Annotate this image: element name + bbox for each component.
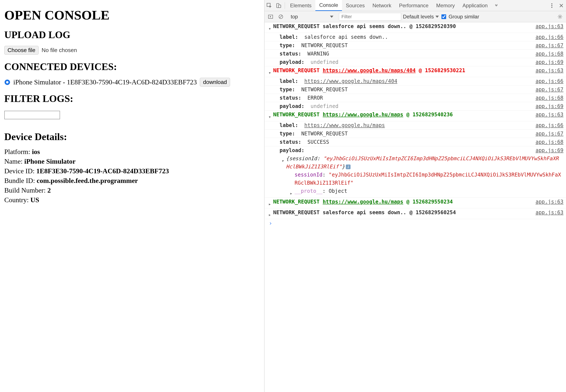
log-group-header[interactable]: NETWORK_REQUEST https://www.google.hu/ma… bbox=[264, 198, 566, 209]
context-select[interactable]: top bbox=[289, 14, 335, 20]
disclosure-triangle-icon[interactable] bbox=[269, 210, 273, 219]
source-link[interactable]: app.js:69 bbox=[536, 146, 564, 154]
detail-country-label: Country: bbox=[4, 196, 30, 204]
log-key: type: bbox=[280, 42, 295, 48]
more-tabs-icon[interactable] bbox=[492, 1, 501, 10]
log-key: payload: bbox=[280, 59, 305, 65]
disclosure-triangle-icon[interactable] bbox=[290, 189, 295, 197]
log-prefix: NETWORK_REQUEST bbox=[273, 68, 323, 73]
log-url[interactable]: https://www.google.hu/maps bbox=[323, 112, 403, 118]
source-link[interactable]: app.js:63 bbox=[536, 198, 564, 206]
log-key: label: bbox=[280, 122, 298, 128]
log-timestamp: @ 1526829560254 bbox=[406, 210, 456, 215]
filter-logs-input[interactable] bbox=[4, 111, 60, 119]
divider bbox=[285, 2, 285, 9]
log-group-header[interactable]: NETWORK_REQUEST salesforce api seems dow… bbox=[264, 22, 566, 33]
console-prompt[interactable]: › bbox=[264, 219, 566, 227]
log-group-header[interactable]: NETWORK_REQUEST https://www.google.hu/ma… bbox=[264, 66, 566, 77]
colon: : bbox=[322, 172, 329, 178]
svg-point-7 bbox=[551, 7, 552, 8]
log-value: WARNING bbox=[301, 51, 329, 57]
page-title: OPEN CONSOLE bbox=[4, 8, 260, 23]
source-link[interactable]: app.js:63 bbox=[536, 66, 564, 75]
disclosure-triangle-icon[interactable] bbox=[269, 68, 273, 77]
tab-performance[interactable]: Performance bbox=[395, 0, 432, 11]
tab-sources[interactable]: Sources bbox=[342, 0, 369, 11]
source-link[interactable]: app.js:69 bbox=[536, 102, 564, 110]
log-group-header[interactable]: NETWORK_REQUEST salesforce api seems dow… bbox=[264, 209, 566, 219]
console-filter-input[interactable] bbox=[339, 13, 401, 21]
source-link[interactable]: app.js:67 bbox=[536, 130, 564, 138]
detail-build: Build Number: 2 bbox=[4, 186, 260, 194]
source-link[interactable]: app.js:66 bbox=[536, 33, 564, 41]
close-devtools-icon[interactable] bbox=[557, 1, 566, 10]
tab-network[interactable]: Network bbox=[369, 0, 395, 11]
log-value: NETWORK_REQUEST bbox=[295, 42, 348, 48]
log-prefix: NETWORK_REQUEST bbox=[273, 112, 323, 118]
toggle-sidebar-icon[interactable] bbox=[266, 13, 275, 21]
tab-elements[interactable]: Elements bbox=[286, 0, 315, 11]
info-icon[interactable]: i bbox=[346, 165, 350, 169]
log-value-undefined: undefined bbox=[305, 103, 338, 109]
radio-selected-icon[interactable] bbox=[4, 79, 10, 85]
inspect-element-icon[interactable] bbox=[264, 1, 274, 10]
property-value-string: "eyJhbGciOiJSUzUxMiIsImtpZCI6Imp3dHNpZ25… bbox=[295, 172, 561, 186]
source-link[interactable]: app.js:63 bbox=[536, 111, 564, 119]
console-settings-icon[interactable] bbox=[556, 13, 564, 21]
choose-file-button[interactable]: Choose file bbox=[4, 46, 39, 55]
log-timestamp: @ 1526829530221 bbox=[416, 68, 465, 73]
object-proto-row[interactable]: __proto__: Object bbox=[264, 187, 566, 198]
disclosure-triangle-icon[interactable] bbox=[282, 156, 286, 165]
log-url[interactable]: https://www.google.hu/maps bbox=[305, 122, 385, 128]
log-value-undefined: undefined bbox=[305, 59, 338, 65]
tab-console[interactable]: Console bbox=[315, 0, 342, 11]
console-body: NETWORK_REQUEST salesforce api seems dow… bbox=[264, 22, 566, 392]
source-link[interactable]: app.js:68 bbox=[536, 138, 564, 146]
source-link[interactable]: app.js:67 bbox=[536, 85, 564, 94]
source-link[interactable]: app.js:66 bbox=[536, 121, 564, 129]
disclosure-triangle-icon[interactable] bbox=[269, 199, 273, 208]
tab-memory[interactable]: Memory bbox=[433, 0, 459, 11]
source-link[interactable]: app.js:68 bbox=[536, 50, 564, 58]
devtools-pane: Elements Console Sources Network Perform… bbox=[264, 0, 566, 392]
clear-console-icon[interactable] bbox=[276, 13, 285, 21]
property-key: sessionId bbox=[295, 172, 322, 178]
source-link[interactable]: app.js:67 bbox=[536, 41, 564, 49]
source-link[interactable]: app.js:63 bbox=[536, 209, 564, 217]
disclosure-triangle-icon[interactable] bbox=[269, 112, 273, 121]
source-link[interactable]: app.js:66 bbox=[536, 77, 564, 85]
source-link[interactable]: app.js:63 bbox=[536, 22, 564, 30]
log-url[interactable]: https://www.google.hu/maps/404 bbox=[323, 68, 416, 73]
log-group-header[interactable]: NETWORK_REQUEST https://www.google.hu/ma… bbox=[264, 111, 566, 121]
device-toggle-icon[interactable] bbox=[274, 1, 283, 10]
source-link[interactable]: app.js:68 bbox=[536, 94, 564, 102]
download-button[interactable]: download bbox=[200, 78, 230, 86]
log-row: payload: undefined app.js:69 bbox=[264, 58, 566, 66]
object-preview-row[interactable]: {sessionId: "eyJhbGciOiJSUzUxMiIsImtpZCI… bbox=[264, 154, 566, 171]
log-row: type: NETWORK_REQUEST app.js:67 bbox=[264, 41, 566, 50]
kebab-menu-icon[interactable] bbox=[547, 1, 557, 10]
detail-platform: Platform: ios bbox=[4, 148, 260, 156]
svg-rect-4 bbox=[278, 5, 281, 8]
log-prefix: NETWORK_REQUEST bbox=[273, 23, 323, 29]
filter-logs-heading: FILTER LOGS: bbox=[4, 93, 260, 104]
upload-row: Choose file No file chosen bbox=[4, 46, 260, 55]
log-url[interactable]: https://www.google.hu/maps bbox=[323, 199, 403, 205]
device-label: iPhone Simulator - 1E8F3E30-7590-4C19-AC… bbox=[13, 78, 197, 86]
detail-country-value: US bbox=[30, 196, 39, 204]
detail-bundleid-value: com.possible.feed.the.programmer bbox=[37, 177, 138, 184]
source-link[interactable]: app.js:69 bbox=[536, 58, 564, 66]
log-levels-select[interactable]: Default levels bbox=[403, 14, 439, 20]
tab-application[interactable]: Application bbox=[459, 0, 491, 11]
log-key: label: bbox=[280, 34, 298, 40]
detail-bundleid: Bundle ID: com.possible.feed.the.program… bbox=[4, 177, 260, 185]
log-key: label: bbox=[280, 78, 298, 84]
log-url[interactable]: https://www.google.hu/maps/404 bbox=[305, 78, 397, 84]
log-value: ERROR bbox=[301, 95, 323, 101]
log-row: status: WARNING app.js:68 bbox=[264, 50, 566, 58]
group-similar-checkbox[interactable] bbox=[441, 14, 446, 19]
log-key: status: bbox=[280, 139, 301, 145]
svg-point-1 bbox=[6, 81, 8, 83]
disclosure-triangle-icon[interactable] bbox=[269, 24, 273, 33]
object-value-string: "eyJhbGciOiJSUzUxMiIsImtpZCI6Imp3dHNpZ25… bbox=[286, 155, 559, 170]
